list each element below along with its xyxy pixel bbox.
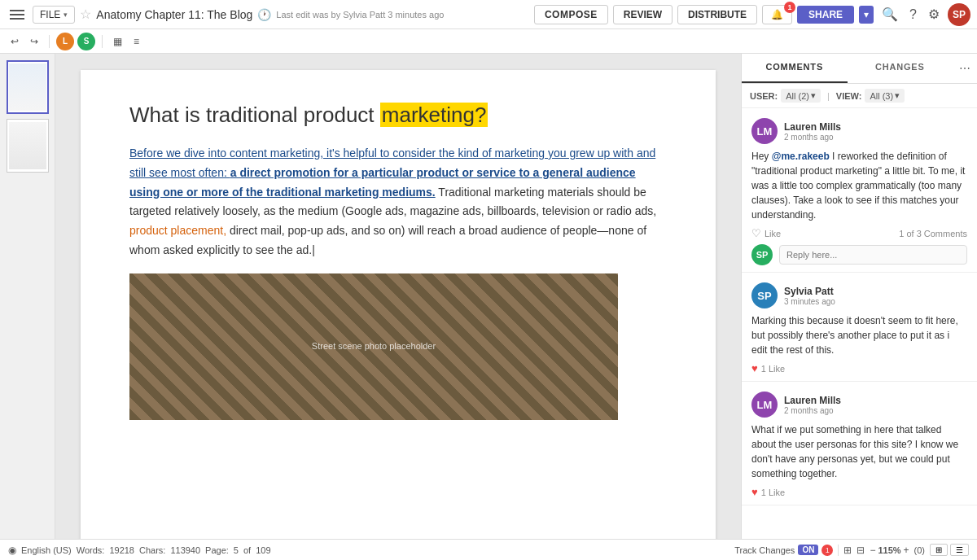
filter-separator: | bbox=[827, 91, 830, 101]
words-label: Words: bbox=[77, 545, 105, 555]
reply-avatar-1: SP bbox=[751, 244, 773, 265]
heading-highlight: marketing? bbox=[380, 103, 488, 127]
view-btn-1[interactable]: ⊞ bbox=[930, 544, 948, 556]
body-colored: product placement, bbox=[129, 224, 226, 237]
comment-author-2: Sylvia Patt bbox=[784, 286, 835, 297]
grid-icon[interactable]: ⊞ bbox=[843, 545, 852, 556]
paren-zero: (0) bbox=[914, 545, 925, 555]
heart-icon-1: ♡ bbox=[751, 227, 761, 239]
comment-block-2: SP Sylvia Patt 3 minutes ago Marking thi… bbox=[742, 273, 977, 382]
heading-pre: What is traditional product bbox=[129, 103, 380, 127]
distribute-button[interactable]: DISTRIBUTE bbox=[677, 5, 757, 24]
file-label: FILE bbox=[40, 9, 60, 20]
tab-comments[interactable]: COMMENTS bbox=[742, 54, 848, 83]
words-count: 19218 bbox=[109, 545, 134, 555]
top-bar: FILE ▾ ☆ Anatomy Chapter 11: The Blog 🕐 … bbox=[0, 0, 977, 29]
comment-avatar-3: LM bbox=[751, 392, 778, 418]
image-inner: Street scene photo placeholder bbox=[129, 273, 618, 420]
comment-footer-3: ♥ 1 Like bbox=[751, 486, 967, 498]
zoom-in-icon[interactable]: + bbox=[904, 545, 909, 556]
comment-time-3: 2 months ago bbox=[784, 406, 841, 415]
thumbnail-1[interactable] bbox=[7, 60, 49, 114]
comment-block-3: LM Lauren Mills 2 months ago What if we … bbox=[742, 382, 977, 505]
right-tabs: COMMENTS CHANGES ⋯ bbox=[742, 54, 977, 84]
user-filter-value[interactable]: All (2) ▾ bbox=[781, 89, 821, 103]
notification-badge: 1 bbox=[784, 2, 795, 13]
page-label: Page: bbox=[205, 545, 229, 555]
like-button-1[interactable]: ♡ Like bbox=[751, 227, 781, 239]
comment-text-1: Hey @me.rakeeb I reworked the definition… bbox=[751, 149, 967, 222]
reply-input-1[interactable] bbox=[779, 245, 967, 265]
user-filter-text: All (2) bbox=[786, 91, 809, 101]
zoom-out-icon[interactable]: − bbox=[870, 545, 875, 556]
comment-meta-1: Lauren Mills 2 months ago bbox=[784, 121, 841, 142]
favorite-icon[interactable]: ☆ bbox=[80, 7, 91, 22]
main-area: What is traditional product marketing? B… bbox=[0, 54, 977, 539]
notifications-button[interactable]: 🔔 1 bbox=[762, 5, 792, 24]
comment-block-1: LM Lauren Mills 2 months ago Hey @me.rak… bbox=[742, 108, 977, 273]
track-changes: Track Changes ON 1 bbox=[734, 545, 833, 556]
comment-text-3: What if we put something in here that ta… bbox=[751, 422, 967, 481]
filter-bar: USER: All (2) ▾ | VIEW: All (3) ▾ bbox=[742, 84, 977, 108]
user-avatar-2: S bbox=[77, 33, 95, 50]
document-body[interactable]: Before we dive into content marketing, i… bbox=[129, 144, 667, 420]
comment-footer-2: ♥ 1 Like bbox=[751, 362, 967, 374]
avatar[interactable]: SP bbox=[948, 3, 970, 26]
list-view-icon[interactable]: ≡ bbox=[129, 34, 143, 49]
document-title: Anatomy Chapter 11: The Blog bbox=[96, 8, 252, 21]
top-bar-left: FILE ▾ ☆ Anatomy Chapter 11: The Blog 🕐 … bbox=[7, 6, 529, 24]
tab-changes[interactable]: CHANGES bbox=[848, 54, 953, 83]
chars-count: 113940 bbox=[170, 545, 200, 555]
track-label: Track Changes bbox=[734, 545, 795, 555]
comment-meta-2: Sylvia Patt 3 minutes ago bbox=[784, 286, 835, 306]
divider bbox=[49, 35, 50, 48]
comment-footer-1: ♡ Like 1 of 3 Comments bbox=[751, 227, 967, 239]
comment-header-1: LM Lauren Mills 2 months ago bbox=[751, 118, 967, 144]
like-label-1: Like bbox=[765, 229, 781, 238]
comment-author-3: Lauren Mills bbox=[784, 395, 841, 406]
comment-header-3: LM Lauren Mills 2 months ago bbox=[751, 392, 967, 418]
top-bar-right: COMPOSE REVIEW DISTRIBUTE 🔔 1 SHARE ▾ 🔍 … bbox=[534, 3, 970, 26]
like-button-3[interactable]: ♥ 1 Like bbox=[751, 486, 785, 498]
document-area: What is traditional product marketing? B… bbox=[55, 54, 741, 539]
right-panel: COMMENTS CHANGES ⋯ USER: All (2) ▾ | VIE… bbox=[741, 54, 977, 539]
user-filter-arrow: ▾ bbox=[811, 90, 816, 101]
share-dropdown-button[interactable]: ▾ bbox=[859, 6, 874, 24]
status-icon[interactable]: ◉ bbox=[8, 545, 16, 556]
settings-icon[interactable]: ⚙ bbox=[925, 5, 943, 24]
document-image: Street scene photo placeholder bbox=[129, 273, 618, 420]
grid-view-icon[interactable]: ▦ bbox=[109, 34, 126, 49]
view-filter-value[interactable]: All (3) ▾ bbox=[865, 89, 905, 103]
review-button[interactable]: REVIEW bbox=[613, 5, 673, 24]
file-button[interactable]: FILE ▾ bbox=[33, 6, 75, 24]
menu-icon[interactable] bbox=[7, 7, 28, 23]
page-current: 5 bbox=[234, 545, 239, 555]
bottom-bar-right: Track Changes ON 1 ⊞ ⊟ − 115% + (0) ⊞ ☰ bbox=[734, 544, 969, 556]
track-count: 1 bbox=[821, 545, 833, 556]
layout-icon[interactable]: ⊟ bbox=[857, 545, 865, 556]
mention-1: @me.rakeeb bbox=[772, 151, 830, 162]
search-icon[interactable]: 🔍 bbox=[878, 5, 901, 24]
comment-text-2: Marking this because it doesn't seem to … bbox=[751, 313, 967, 357]
view-btn-2[interactable]: ☰ bbox=[950, 544, 969, 556]
bottom-divider bbox=[838, 545, 839, 556]
divider2 bbox=[102, 35, 103, 48]
bottom-bar: ◉ English (US) Words: 19218 Chars: 11394… bbox=[0, 539, 977, 560]
compose-button[interactable]: COMPOSE bbox=[534, 5, 608, 24]
comment-meta-3: Lauren Mills 2 months ago bbox=[784, 395, 841, 415]
like-button-2[interactable]: ♥ 1 Like bbox=[751, 362, 785, 374]
share-button[interactable]: SHARE bbox=[797, 6, 854, 24]
help-icon[interactable]: ? bbox=[906, 6, 920, 24]
doc-history-icon[interactable]: 🕐 bbox=[257, 8, 271, 21]
like-label-3: 1 Like bbox=[761, 488, 785, 497]
tab-more-icon[interactable]: ⋯ bbox=[953, 54, 977, 83]
user-avatar-1: L bbox=[56, 33, 74, 50]
thumbnail-2[interactable] bbox=[7, 119, 49, 173]
comment-time-2: 3 minutes ago bbox=[784, 297, 835, 306]
comment-author-1: Lauren Mills bbox=[784, 121, 841, 133]
redo-icon[interactable]: ↪ bbox=[26, 34, 42, 49]
thumbnail-panel bbox=[0, 54, 55, 539]
view-filter-label: VIEW: bbox=[836, 91, 862, 101]
undo-icon[interactable]: ↩ bbox=[7, 34, 23, 49]
file-dropdown-arrow: ▾ bbox=[64, 11, 68, 19]
